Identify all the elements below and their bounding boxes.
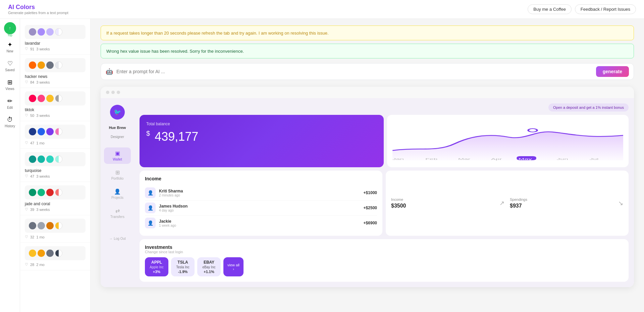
income-stats-row: Income 👤 Kriti Sharma 2 minutes ago +$10…: [140, 171, 629, 236]
svg-text:May: May: [519, 158, 532, 160]
swatch: [46, 28, 54, 36]
income-time-2: 4 day ago: [159, 209, 360, 212]
income-name-3: Jackie: [159, 219, 360, 224]
palette-meta: ♡ 50 3 weeks: [25, 113, 86, 118]
edit-label: Edit: [7, 106, 13, 109]
palette-time: 1 mo: [36, 141, 44, 145]
history-icon: ⏱: [7, 116, 13, 123]
user-avatar: 🐦: [110, 105, 125, 120]
income-row-1: 👤 Kriti Sharma 2 minutes ago +$1000: [145, 185, 377, 200]
palette-likes: 47: [30, 141, 34, 145]
chart-svg: Jan Feb Mar Apr May May Jun Jul: [392, 120, 623, 161]
swatch: [55, 128, 62, 135]
dash-nav-transfers[interactable]: ⇄ Transfers: [104, 205, 131, 221]
stat-income: Income $3500: [391, 197, 494, 209]
swatch: [46, 155, 54, 163]
sidebar-item-views[interactable]: ⊞ Views: [1, 76, 19, 93]
ai-icon: 🤖: [106, 68, 113, 75]
stock-appl[interactable]: APPL Apple Inc +3%: [145, 257, 168, 276]
feedback-button[interactable]: Feedback / Report Issues: [575, 4, 636, 14]
palette-likes: 32: [30, 235, 34, 239]
income-avatar-3: 👤: [145, 218, 156, 228]
sidebar-item-edit[interactable]: ✏ Edit: [1, 95, 19, 112]
palette-time: 1 mo: [36, 235, 44, 239]
logout-button[interactable]: → Log Out: [109, 237, 126, 240]
income-avatar-2: 👤: [145, 203, 156, 213]
income-stat-label: Income: [391, 197, 494, 202]
swatch: [55, 61, 62, 69]
stock-tsla-name: Tesla Inc: [176, 265, 190, 269]
buy-coffee-button[interactable]: Buy me a Coffee: [528, 4, 572, 14]
view-all-button[interactable]: view all ›: [223, 257, 244, 276]
svg-text:Apr: Apr: [491, 158, 502, 160]
palette-item[interactable]: tiktok ♡ 50 3 weeks: [20, 88, 90, 121]
palette-likes: 47: [30, 174, 34, 178]
user-role: Designer: [111, 135, 124, 139]
main-content: If a request takes longer than 20 second…: [91, 19, 644, 312]
investments-row: Investments Change since last login APPL…: [140, 239, 629, 282]
palette-time: 3 weeks: [36, 80, 50, 84]
palette-item[interactable]: ♡ 32 1 mo: [20, 215, 90, 243]
balance-chart-row: Total balance $ 439,177: [140, 115, 629, 167]
palette-item[interactable]: lavandar ♡ 91 3 weeks: [20, 21, 90, 55]
palette-meta: ♡ 47 1 mo: [25, 141, 86, 145]
swatch: [29, 28, 36, 36]
heart-icon: ♡: [25, 262, 28, 267]
swatch: [46, 189, 54, 196]
palette-meta: ♡ 39 3 weeks: [25, 207, 86, 212]
transfers-icon: ⇄: [115, 208, 120, 214]
sidebar-item-saved[interactable]: ♡ Saved: [1, 57, 19, 75]
swatch: [46, 61, 54, 69]
dashboard-topbar: Open a deposit and get a 1% instant bonu…: [140, 103, 629, 112]
sidebar-item-new[interactable]: ✦ New: [1, 38, 19, 56]
logout-arrow-icon: →: [109, 237, 112, 240]
palette-item[interactable]: ♡ 28 2 mo: [20, 243, 90, 270]
palette-list: lavandar ♡ 91 3 weeks hacker news ♡ 84 3…: [20, 19, 91, 312]
balance-amount: $ 439,177: [146, 130, 377, 144]
swatch: [38, 128, 45, 135]
stock-appl-change: +3%: [150, 270, 164, 274]
stock-ebay[interactable]: EBAY eBay Inc +1.1%: [197, 257, 221, 276]
views-icon: ⊞: [7, 79, 12, 86]
palette-likes: 91: [30, 47, 34, 51]
dash-nav-wallet[interactable]: ▣ Wallet: [104, 147, 131, 164]
prompt-input[interactable]: [116, 69, 593, 74]
balance-dollar: $: [146, 130, 150, 137]
wallet-label: Wallet: [113, 158, 122, 161]
stock-tsla[interactable]: TSLA Tesla Inc -1.9%: [171, 257, 195, 276]
new-label: New: [6, 49, 13, 53]
green-notice-text: Wrong hex value issue has been resolved.…: [106, 49, 244, 54]
top-nav-item[interactable]: ↑: [4, 22, 16, 34]
header: AI Colors Generate palettes from a text …: [0, 0, 644, 19]
palette-likes: 28: [30, 263, 34, 267]
window-dot-1: [106, 91, 109, 94]
dash-nav-projects[interactable]: 👤 Projects: [104, 186, 131, 202]
svg-text:Jan: Jan: [392, 158, 404, 160]
palette-item[interactable]: hacker news ♡ 84 3 weeks: [20, 55, 90, 88]
view-all-label: view all: [227, 263, 239, 267]
window-titlebar: [101, 87, 634, 98]
palette-item[interactable]: ♡ 47 1 mo: [20, 121, 90, 149]
user-name: Hue Brew: [109, 126, 126, 130]
yellow-notice-text: If a request takes longer than 20 second…: [106, 31, 329, 36]
income-amount-2: +$2500: [364, 206, 377, 210]
stock-ebay-change: +1.1%: [202, 270, 216, 274]
investments-stocks: APPL Apple Inc +3% TSLA Tesla Inc -1.9%: [145, 257, 623, 276]
palette-item[interactable]: turquoise ♡ 47 3 weeks: [20, 149, 90, 182]
income-amount-1: +$1000: [364, 190, 377, 195]
heart-icon: ♡: [25, 207, 28, 212]
green-notice: Wrong hex value issue has been resolved.…: [101, 44, 634, 58]
swatch: [55, 28, 62, 36]
palette-likes: 84: [30, 80, 34, 84]
dashboard-main: Open a deposit and get a 1% instant bonu…: [134, 98, 634, 287]
sidebar-item-history[interactable]: ⏱ History: [1, 114, 19, 131]
generate-button[interactable]: generate: [596, 66, 629, 77]
stock-appl-name: Apple Inc: [150, 265, 164, 269]
dash-nav-portfolio[interactable]: ⊞ Portfolio: [104, 167, 131, 183]
income-title: Income: [145, 176, 377, 181]
new-icon: ✦: [7, 41, 12, 48]
heart-icon: ♡: [25, 174, 28, 178]
swatch: [46, 222, 54, 229]
palette-item[interactable]: jade and coral ♡ 39 3 weeks: [20, 182, 90, 215]
income-row-2: 👤 James Hudson 4 day ago +$2500: [145, 200, 377, 216]
